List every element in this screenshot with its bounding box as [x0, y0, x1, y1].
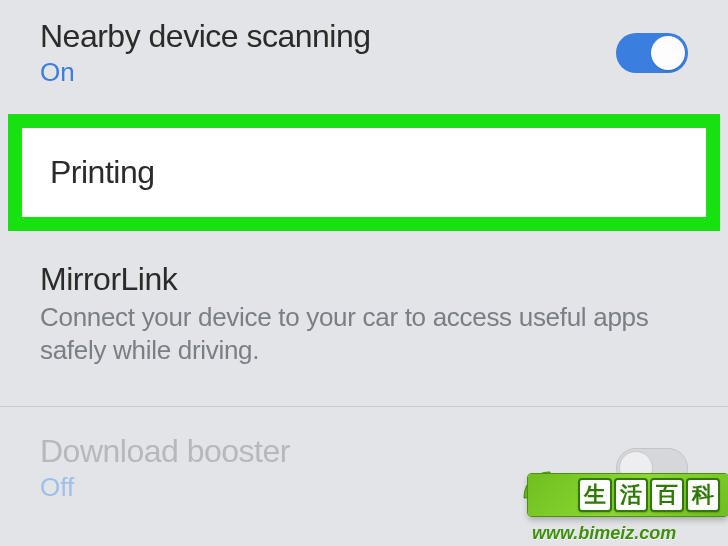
- row-nearby-text: Nearby device scanning On: [40, 18, 604, 88]
- row-mirrorlink-text: MirrorLink Connect your device to your c…: [40, 261, 688, 367]
- row-printing[interactable]: Printing: [22, 128, 706, 217]
- mirrorlink-subtitle: Connect your device to your car to acces…: [40, 301, 688, 366]
- mirrorlink-title: MirrorLink: [40, 261, 688, 298]
- row-mirrorlink[interactable]: MirrorLink Connect your device to your c…: [0, 237, 728, 385]
- printing-title: Printing: [50, 154, 678, 191]
- download-booster-status: Off: [40, 472, 604, 503]
- highlight-printing: Printing: [8, 114, 720, 231]
- toggle-knob: [651, 36, 685, 70]
- download-booster-toggle: [616, 448, 688, 488]
- nearby-status: On: [40, 57, 604, 88]
- row-printing-text: Printing: [50, 154, 678, 191]
- row-download-booster: Download booster Off: [0, 407, 728, 521]
- row-nearby-device-scanning[interactable]: Nearby device scanning On: [0, 0, 728, 106]
- toggle-knob: [619, 451, 653, 485]
- download-booster-title: Download booster: [40, 433, 604, 470]
- row-download-booster-text: Download booster Off: [40, 433, 604, 503]
- nearby-toggle[interactable]: [616, 33, 688, 73]
- nearby-title: Nearby device scanning: [40, 18, 604, 55]
- settings-screen: Nearby device scanning On Printing Mirro…: [0, 0, 728, 546]
- watermark-url: www.bimeiz.com: [532, 523, 724, 544]
